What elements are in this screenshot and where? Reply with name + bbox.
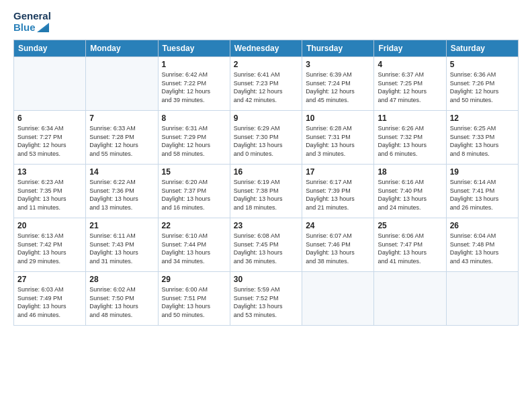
header: General Blue (13, 11, 519, 33)
logo-blue: Blue (13, 22, 51, 34)
day-number: 6 (17, 113, 82, 123)
day-number: 7 (89, 113, 154, 123)
calendar-cell: 24Sunrise: 6:07 AM Sunset: 7:46 PM Dayli… (302, 218, 374, 272)
page-container: General Blue SundayMondayTuesdayWednesda… (0, 0, 532, 336)
day-number: 14 (89, 167, 154, 177)
calendar-cell: 19Sunrise: 6:14 AM Sunset: 7:41 PM Dayli… (446, 165, 518, 218)
day-info: Sunrise: 6:16 AM Sunset: 7:40 PM Dayligh… (378, 178, 442, 212)
day-info: Sunrise: 6:42 AM Sunset: 7:22 PM Dayligh… (162, 71, 226, 104)
weekday-header-row: SundayMondayTuesdayWednesdayThursdayFrid… (14, 40, 519, 57)
day-number: 16 (234, 167, 298, 177)
calendar-cell: 12Sunrise: 6:25 AM Sunset: 7:33 PM Dayli… (446, 111, 518, 165)
day-number: 1 (162, 60, 226, 69)
day-number: 19 (450, 167, 515, 177)
calendar-cell: 2Sunrise: 6:41 AM Sunset: 7:23 PM Daylig… (230, 57, 302, 111)
day-info: Sunrise: 6:11 AM Sunset: 7:43 PM Dayligh… (89, 232, 154, 265)
week-row-3: 13Sunrise: 6:23 AM Sunset: 7:35 PM Dayli… (14, 165, 519, 218)
calendar-cell: 18Sunrise: 6:16 AM Sunset: 7:40 PM Dayli… (374, 165, 446, 218)
day-number: 11 (378, 113, 442, 123)
day-info: Sunrise: 6:19 AM Sunset: 7:38 PM Dayligh… (234, 178, 298, 212)
week-row-1: 1Sunrise: 6:42 AM Sunset: 7:22 PM Daylig… (14, 57, 519, 111)
day-number: 3 (306, 60, 370, 69)
calendar-cell: 11Sunrise: 6:26 AM Sunset: 7:32 PM Dayli… (374, 111, 446, 165)
day-info: Sunrise: 6:22 AM Sunset: 7:36 PM Dayligh… (89, 178, 154, 212)
day-number: 18 (378, 167, 442, 177)
calendar-cell: 1Sunrise: 6:42 AM Sunset: 7:22 PM Daylig… (158, 57, 230, 111)
calendar-cell (14, 57, 86, 111)
weekday-header-saturday: Saturday (446, 40, 518, 57)
day-number: 30 (234, 275, 298, 284)
calendar-cell: 16Sunrise: 6:19 AM Sunset: 7:38 PM Dayli… (230, 165, 302, 218)
calendar-cell: 3Sunrise: 6:39 AM Sunset: 7:24 PM Daylig… (302, 57, 374, 111)
day-number: 13 (17, 167, 82, 177)
day-number: 29 (162, 275, 226, 284)
day-info: Sunrise: 6:29 AM Sunset: 7:30 PM Dayligh… (234, 124, 298, 158)
day-info: Sunrise: 6:33 AM Sunset: 7:28 PM Dayligh… (89, 124, 154, 158)
day-info: Sunrise: 6:39 AM Sunset: 7:24 PM Dayligh… (306, 71, 370, 104)
day-info: Sunrise: 6:08 AM Sunset: 7:45 PM Dayligh… (234, 232, 298, 265)
calendar-cell: 22Sunrise: 6:10 AM Sunset: 7:44 PM Dayli… (158, 218, 230, 272)
day-info: Sunrise: 6:00 AM Sunset: 7:51 PM Dayligh… (162, 285, 226, 319)
day-info: Sunrise: 6:04 AM Sunset: 7:48 PM Dayligh… (450, 232, 515, 265)
day-number: 21 (89, 221, 154, 230)
day-info: Sunrise: 6:23 AM Sunset: 7:35 PM Dayligh… (17, 178, 82, 212)
day-info: Sunrise: 6:03 AM Sunset: 7:49 PM Dayligh… (17, 285, 82, 319)
calendar-cell: 20Sunrise: 6:13 AM Sunset: 7:42 PM Dayli… (14, 218, 86, 272)
day-info: Sunrise: 5:59 AM Sunset: 7:52 PM Dayligh… (234, 285, 298, 319)
day-number: 10 (306, 113, 370, 123)
calendar-cell (374, 272, 446, 326)
day-info: Sunrise: 6:10 AM Sunset: 7:44 PM Dayligh… (162, 232, 226, 265)
day-info: Sunrise: 6:07 AM Sunset: 7:46 PM Dayligh… (306, 232, 370, 265)
day-number: 8 (162, 113, 226, 123)
calendar-cell: 21Sunrise: 6:11 AM Sunset: 7:43 PM Dayli… (86, 218, 158, 272)
day-info: Sunrise: 6:34 AM Sunset: 7:27 PM Dayligh… (17, 124, 82, 158)
calendar-table: SundayMondayTuesdayWednesdayThursdayFrid… (13, 40, 519, 326)
week-row-5: 27Sunrise: 6:03 AM Sunset: 7:49 PM Dayli… (14, 272, 519, 326)
calendar-cell: 4Sunrise: 6:37 AM Sunset: 7:25 PM Daylig… (374, 57, 446, 111)
day-number: 15 (162, 167, 226, 177)
calendar-cell: 26Sunrise: 6:04 AM Sunset: 7:48 PM Dayli… (446, 218, 518, 272)
day-number: 9 (234, 113, 298, 123)
day-info: Sunrise: 6:31 AM Sunset: 7:29 PM Dayligh… (162, 124, 226, 158)
weekday-header-sunday: Sunday (14, 40, 86, 57)
day-info: Sunrise: 6:06 AM Sunset: 7:47 PM Dayligh… (378, 232, 442, 265)
calendar-cell: 27Sunrise: 6:03 AM Sunset: 7:49 PM Dayli… (14, 272, 86, 326)
day-number: 2 (234, 60, 298, 69)
weekday-header-tuesday: Tuesday (158, 40, 230, 57)
day-number: 20 (17, 221, 82, 230)
day-number: 12 (450, 113, 515, 123)
calendar-cell: 25Sunrise: 6:06 AM Sunset: 7:47 PM Dayli… (374, 218, 446, 272)
day-info: Sunrise: 6:37 AM Sunset: 7:25 PM Dayligh… (378, 71, 442, 104)
day-number: 17 (306, 167, 370, 177)
day-info: Sunrise: 6:41 AM Sunset: 7:23 PM Dayligh… (234, 71, 298, 104)
day-number: 5 (450, 60, 515, 69)
calendar-cell: 30Sunrise: 5:59 AM Sunset: 7:52 PM Dayli… (230, 272, 302, 326)
calendar-cell: 15Sunrise: 6:20 AM Sunset: 7:37 PM Dayli… (158, 165, 230, 218)
day-number: 23 (234, 221, 298, 230)
calendar-cell (302, 272, 374, 326)
calendar-cell: 23Sunrise: 6:08 AM Sunset: 7:45 PM Dayli… (230, 218, 302, 272)
week-row-2: 6Sunrise: 6:34 AM Sunset: 7:27 PM Daylig… (14, 111, 519, 165)
weekday-header-wednesday: Wednesday (230, 40, 302, 57)
logo: General Blue (13, 11, 51, 33)
day-info: Sunrise: 6:36 AM Sunset: 7:26 PM Dayligh… (450, 71, 515, 104)
day-number: 27 (17, 275, 82, 284)
weekday-header-monday: Monday (86, 40, 158, 57)
day-number: 26 (450, 221, 515, 230)
calendar-cell: 29Sunrise: 6:00 AM Sunset: 7:51 PM Dayli… (158, 272, 230, 326)
calendar-cell: 14Sunrise: 6:22 AM Sunset: 7:36 PM Dayli… (86, 165, 158, 218)
calendar-cell (86, 57, 158, 111)
day-info: Sunrise: 6:13 AM Sunset: 7:42 PM Dayligh… (17, 232, 82, 265)
day-number: 22 (162, 221, 226, 230)
day-number: 4 (378, 60, 442, 69)
day-info: Sunrise: 6:17 AM Sunset: 7:39 PM Dayligh… (306, 178, 370, 212)
week-row-4: 20Sunrise: 6:13 AM Sunset: 7:42 PM Dayli… (14, 218, 519, 272)
weekday-header-friday: Friday (374, 40, 446, 57)
calendar-cell: 13Sunrise: 6:23 AM Sunset: 7:35 PM Dayli… (14, 165, 86, 218)
calendar-cell: 6Sunrise: 6:34 AM Sunset: 7:27 PM Daylig… (14, 111, 86, 165)
logo-wing-icon (37, 23, 49, 32)
calendar-cell: 10Sunrise: 6:28 AM Sunset: 7:31 PM Dayli… (302, 111, 374, 165)
calendar-cell: 5Sunrise: 6:36 AM Sunset: 7:26 PM Daylig… (446, 57, 518, 111)
logo-general: General (13, 11, 51, 22)
calendar-cell (446, 272, 518, 326)
